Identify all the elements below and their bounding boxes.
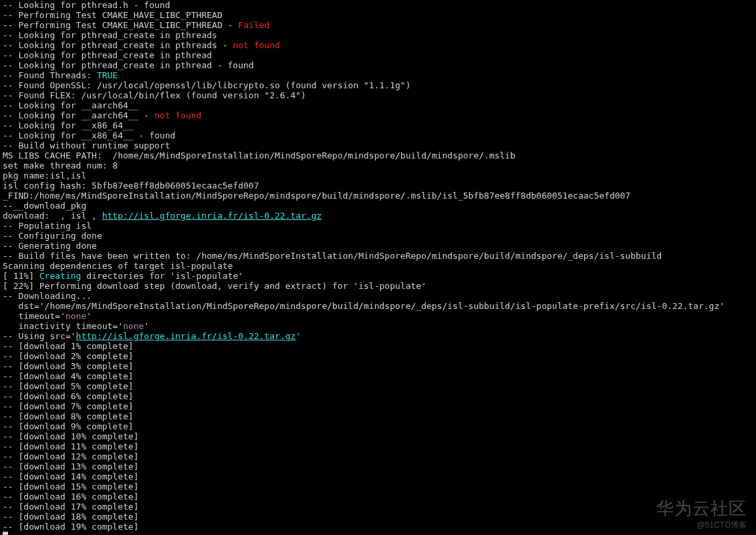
terminal-line: -- [download 7% complete] [3,401,753,411]
terminal-line: -- Populating isl [3,221,753,231]
terminal-line: [ 22%] Performing download step (downloa… [3,281,753,291]
terminal-line: -- [download 5% complete] [3,381,753,391]
terminal-line: -- [download 15% complete] [3,481,753,492]
terminal-line: -- Found FLEX: /usr/local/bin/flex (foun… [3,90,753,100]
terminal-line: -- [download 1% complete] [3,341,753,351]
terminal-line: set make thread num: 8 [3,160,753,171]
terminal-output: -- Looking for pthread.h - found-- Perfo… [0,0,756,532]
terminal-line: -- Downloading... [3,291,753,301]
terminal-line: -- Found OpenSSL: /usr/local/openssl/lib… [3,80,753,90]
terminal-line: inactivity timeout='none' [3,321,753,331]
terminal-line: pkg name:isl,isl [3,171,753,181]
terminal-line: -- Performing Test CMAKE_HAVE_LIBC_PTHRE… [3,10,753,20]
terminal-line: timeout='none' [3,311,753,321]
terminal-line: -- [download 12% complete] [3,451,753,461]
terminal-line: --__download_pkg [3,201,753,211]
terminal-line: -- Looking for pthread_create in pthread… [3,40,753,50]
terminal-line: _FIND:/home/ms/MindSporeInstallation/Min… [3,191,753,201]
terminal-line: -- Looking for __x86_64__ [3,120,753,130]
terminal-line: -- [download 19% complete] [3,522,753,532]
terminal-line: -- [download 13% complete] [3,461,753,471]
terminal-line: -- [download 3% complete] [3,361,753,371]
terminal-line: -- Looking for pthread_create in pthread… [3,30,753,40]
terminal-line: -- Performing Test CMAKE_HAVE_LIBC_PTHRE… [3,20,753,30]
terminal-line: [ 11%] Creating directories for 'isl-pop… [3,271,753,281]
terminal-line: Scanning dependencies of target isl-popu… [3,261,753,271]
terminal-line: isl config hash: 5bfb87ee8ff8db060051eca… [3,181,753,191]
terminal-line: -- Configuring done [3,231,753,241]
terminal-line: -- [download 18% complete] [3,512,753,522]
terminal-line: -- Build files have been written to: /ho… [3,251,753,261]
terminal-line: -- Build without runtime support [3,140,753,150]
terminal-line: -- [download 14% complete] [3,471,753,481]
terminal-line: -- [download 8% complete] [3,411,753,421]
terminal-line: -- [download 6% complete] [3,391,753,401]
terminal-line: -- Looking for __x86_64__ - found [3,130,753,140]
terminal-line: -- [download 16% complete] [3,492,753,502]
terminal-line: -- Looking for pthread_create in pthread [3,50,753,60]
terminal-line: -- Looking for pthread.h - found [3,0,753,10]
terminal-line: download: , isl , http://isl.gforge.inri… [3,211,753,221]
terminal-line: dst='/home/ms/MindSporeInstallation/Mind… [3,301,753,311]
terminal-line: -- Looking for __aarch64__ [3,100,753,110]
terminal-line: -- [download 17% complete] [3,502,753,512]
terminal-line: -- [download 9% complete] [3,421,753,431]
terminal-cursor [3,532,8,535]
terminal-line: -- Looking for pthread_create in pthread… [3,60,753,70]
terminal-line: -- [download 11% complete] [3,441,753,451]
terminal-line: -- [download 2% complete] [3,351,753,361]
terminal-line: -- Using src='http://isl.gforge.inria.fr… [3,331,753,341]
terminal-line: -- [download 10% complete] [3,431,753,441]
terminal-line: -- Found Threads: TRUE [3,70,753,80]
terminal-line: -- Looking for __aarch64__ - not found [3,110,753,120]
terminal-line: -- Generating done [3,241,753,251]
terminal-line: -- [download 4% complete] [3,371,753,381]
terminal-line: MS LIBS CACHE PATH: /home/ms/MindSporeIn… [3,150,753,160]
